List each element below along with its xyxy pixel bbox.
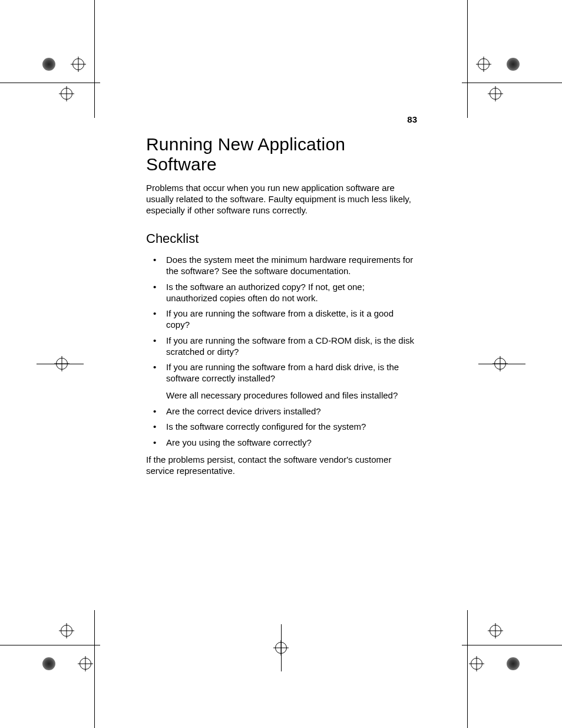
crop-line <box>94 0 95 118</box>
registration-mark <box>37 342 107 389</box>
registration-mark <box>37 617 119 676</box>
list-item: Is the software correctly configured for… <box>146 421 417 433</box>
list-item-text: If you are running the software from a h… <box>166 362 399 383</box>
checklist: Does the system meet the minimum hardwar… <box>146 255 417 449</box>
section-heading-checklist: Checklist <box>146 231 417 246</box>
list-item: If you are running the software from a C… <box>146 335 417 358</box>
page-content: 83 Running New Application Software Prob… <box>146 114 417 485</box>
list-item: Are the correct device drivers installed… <box>146 406 417 417</box>
registration-mark <box>37 52 119 111</box>
registration-mark <box>257 624 305 671</box>
closing-paragraph: If the problems persist, contact the sof… <box>146 454 417 477</box>
list-item: Is the software an authorized copy? If n… <box>146 282 417 304</box>
crop-line <box>462 645 562 645</box>
intro-paragraph: Problems that occur when you run new app… <box>146 183 417 216</box>
crop-line <box>467 610 468 728</box>
crop-line <box>0 645 100 645</box>
crop-line <box>94 610 95 728</box>
page-number: 83 <box>407 114 417 124</box>
page-title: Running New Application Software <box>146 134 417 174</box>
registration-mark <box>455 342 525 389</box>
crop-line <box>462 83 562 83</box>
list-item: If you are running the software from a d… <box>146 308 417 331</box>
list-item: If you are running the software from a h… <box>146 362 417 401</box>
registration-mark <box>443 52 525 111</box>
crop-line <box>0 83 100 83</box>
list-item: Does the system meet the minimum hardwar… <box>146 255 417 277</box>
list-item: Are you using the software correctly? <box>146 437 417 449</box>
list-item-subtext: Were all necessary procedures followed a… <box>166 390 417 401</box>
crop-line <box>467 0 468 118</box>
registration-mark <box>443 617 525 676</box>
